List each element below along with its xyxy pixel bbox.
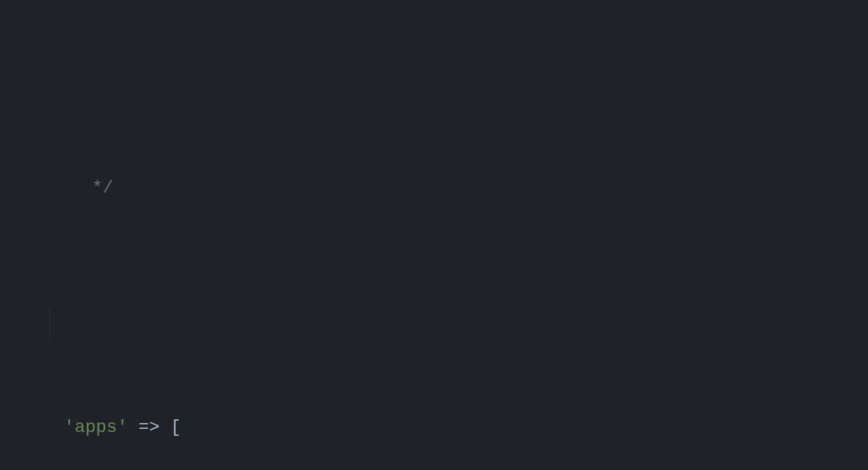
comment-end: */ [42,178,113,198]
arrow-op: => [128,417,170,437]
open-bracket: [ [170,417,181,437]
key-apps: 'apps' [64,417,128,437]
code-line[interactable]: */ [0,137,868,171]
code-editor[interactable]: */ 'apps' => [ [ 'id' => env( key: 'PUSH… [0,0,868,470]
code-line[interactable]: 'apps' => [ [0,308,868,342]
